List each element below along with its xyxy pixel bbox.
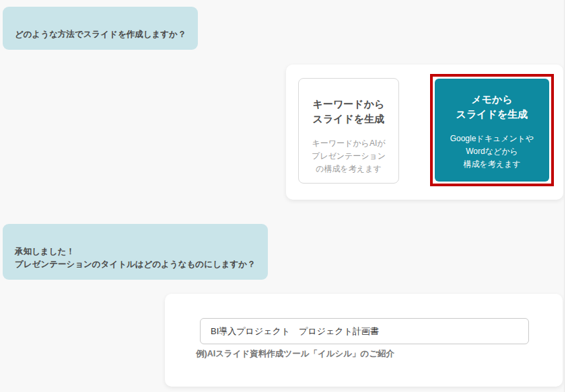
selected-option-highlight: メモから スライドを生成 Googleドキュメントや Wordなどから 構成を考… [430, 74, 554, 186]
assistant-message-text: どのような方法でスライドを作成しますか？ [15, 30, 186, 39]
option-card-memo-description: Googleドキュメントや Wordなどから 構成を考えます [435, 132, 549, 171]
option-card-keyword-description: キーワードからAIが プレゼンテーション の構成を考えます [299, 137, 398, 175]
option-card-memo-title: メモから スライドを生成 [435, 92, 549, 122]
input-example-hint: 例)AIスライド資料作成ツール「イルシル」のご紹介 [196, 348, 394, 360]
option-card-keyword-title: キーワードから スライドを生成 [299, 97, 398, 126]
assistant-message: どのような方法でスライドを作成しますか？ [3, 7, 198, 50]
method-options-panel: キーワードから スライドを生成 キーワードからAIが プレゼンテーション の構成… [286, 65, 563, 200]
assistant-message: 承知しました！ プレゼンテーションのタイトルはどのようなものにしますか？ [3, 224, 268, 280]
option-card-keyword[interactable]: キーワードから スライドを生成 キーワードからAIが プレゼンテーション の構成… [298, 78, 399, 184]
title-input-panel: 例)AIスライド資料作成ツール「イルシル」のご紹介 [165, 294, 563, 387]
chat-screen: どのような方法でスライドを作成しますか？ キーワードから スライドを生成 キーワ… [0, 0, 566, 392]
presentation-title-input[interactable] [200, 318, 529, 344]
option-card-memo[interactable]: メモから スライドを生成 Googleドキュメントや Wordなどから 構成を考… [435, 79, 549, 182]
assistant-message-text: 承知しました！ プレゼンテーションのタイトルはどのようなものにしますか？ [15, 247, 256, 269]
